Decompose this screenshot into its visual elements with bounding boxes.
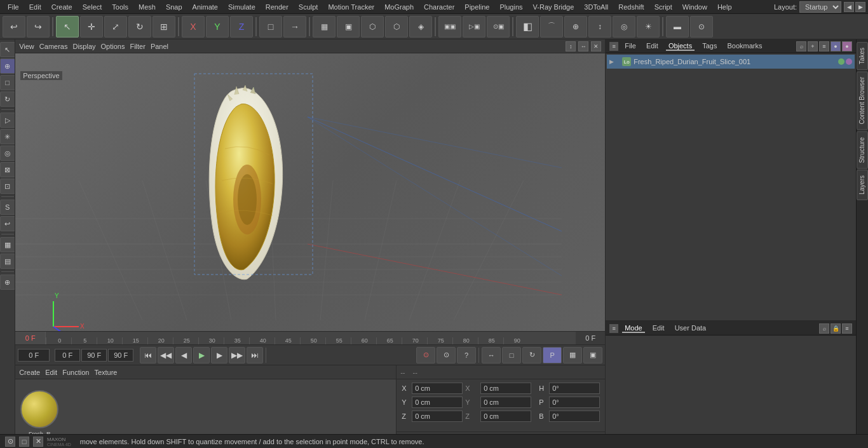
- pb-next-key[interactable]: ▶▶: [229, 347, 245, 363]
- deformer-object[interactable]: ↕: [588, 16, 611, 37]
- null-object[interactable]: ⊙: [690, 16, 713, 37]
- frame-end2-field[interactable]: 90 F: [108, 349, 133, 362]
- lt-extra1[interactable]: ⊕: [0, 275, 15, 290]
- scale-tool[interactable]: ⤢: [104, 16, 127, 37]
- spline-object[interactable]: ⌒: [540, 16, 563, 37]
- tool3[interactable]: ⬡: [361, 16, 384, 37]
- pb-record[interactable]: ⊙: [416, 347, 435, 363]
- pb-p[interactable]: P: [543, 347, 562, 363]
- menu-3dtoall[interactable]: 3DToAll: [579, 0, 613, 14]
- mat-menu-function[interactable]: Function: [62, 369, 89, 376]
- pb-select-box[interactable]: □: [502, 347, 521, 363]
- pb-prev-key[interactable]: ◀◀: [158, 347, 174, 363]
- lt-mode1[interactable]: ⊕: [0, 58, 15, 74]
- menu-file[interactable]: File: [3, 0, 24, 14]
- obj-tab-bookmarks[interactable]: Bookmarks: [724, 42, 764, 51]
- menu-snap[interactable]: Snap: [161, 0, 187, 14]
- menu-animate[interactable]: Animate: [187, 0, 223, 14]
- light-object[interactable]: ☀: [637, 16, 660, 37]
- render-region[interactable]: ▣▣: [438, 16, 461, 37]
- layout-next[interactable]: ▶: [855, 2, 865, 12]
- mat-menu-edit[interactable]: Edit: [45, 369, 57, 376]
- status-close-indicator[interactable]: ✕: [33, 437, 43, 447]
- coord-p-rot[interactable]: 0°: [549, 397, 600, 408]
- frame-end-field[interactable]: 90 F: [81, 349, 107, 362]
- lt-select[interactable]: ↖: [0, 42, 15, 57]
- obj-panel-add[interactable]: +: [808, 41, 818, 51]
- select-tool[interactable]: ↖: [56, 16, 79, 37]
- vp-menu-display[interactable]: Display: [72, 43, 95, 50]
- cube-object[interactable]: ◧: [516, 16, 539, 37]
- axis-z[interactable]: Z: [230, 16, 253, 37]
- vp-ctrl-close[interactable]: ✕: [591, 41, 601, 51]
- pb-next[interactable]: ▶: [211, 347, 227, 363]
- obj-tab-tags[interactable]: Tags: [700, 42, 719, 51]
- obj-item-fruit[interactable]: ▶ Lo Fresh_Riped_Durian_Fruit_Slice_001: [607, 55, 855, 69]
- menu-sculpt[interactable]: Sculpt: [294, 0, 323, 14]
- menu-create[interactable]: Create: [46, 0, 78, 14]
- lt-display1[interactable]: ▦: [0, 237, 15, 252]
- layout-select[interactable]: Startup: [799, 1, 841, 13]
- mat-menu-texture[interactable]: Texture: [94, 369, 117, 376]
- vp-ctrl-expand[interactable]: ↕: [566, 41, 576, 51]
- right-tab-structure[interactable]: Structure: [857, 132, 868, 169]
- menu-plugins[interactable]: Plugins: [494, 0, 527, 14]
- menu-pipeline[interactable]: Pipeline: [459, 0, 494, 14]
- lt-mode2[interactable]: □: [0, 75, 15, 90]
- material-item-1[interactable]: Fresh_R: [20, 390, 58, 437]
- frame-start-field[interactable]: 0 F: [55, 349, 80, 362]
- vp-menu-filter[interactable]: Filter: [130, 43, 145, 50]
- menu-select[interactable]: Select: [78, 0, 107, 14]
- axis-x[interactable]: X: [182, 16, 205, 37]
- redo-button[interactable]: ↪: [27, 16, 50, 37]
- attr-more[interactable]: ≡: [842, 323, 852, 334]
- menu-help[interactable]: Help: [712, 0, 737, 14]
- vp-ctrl-h[interactable]: ↔: [578, 41, 588, 51]
- move-tool[interactable]: ✛: [80, 16, 103, 37]
- lt-tool1[interactable]: ▷: [0, 112, 15, 128]
- pb-grid[interactable]: ▦: [563, 347, 582, 363]
- coord-z-pos[interactable]: 0 cm: [412, 411, 463, 422]
- pb-play[interactable]: ▶: [193, 347, 210, 363]
- tool2[interactable]: ▣: [337, 16, 360, 37]
- vp-menu-options[interactable]: Options: [101, 43, 125, 50]
- menu-simulate[interactable]: Simulate: [223, 0, 261, 14]
- viewport[interactable]: View Cameras Display Options Filter Pane…: [15, 39, 605, 331]
- pb-first[interactable]: ⏮: [140, 347, 156, 363]
- nurbs-object[interactable]: ⊕: [564, 16, 587, 37]
- tool4[interactable]: ⬡: [385, 16, 408, 37]
- object-mode[interactable]: □: [259, 16, 282, 37]
- coord-b-rot[interactable]: 0°: [549, 411, 600, 422]
- menu-script[interactable]: Script: [649, 0, 677, 14]
- timeline[interactable]: 0 F 0 5 10 15 20 25 30 35 40 45 50 55 60…: [15, 331, 605, 345]
- mat-menu-create[interactable]: Create: [19, 369, 40, 376]
- obj-dot-render[interactable]: [846, 58, 852, 65]
- rotate-tool[interactable]: ↻: [128, 16, 151, 37]
- obj-tab-objects[interactable]: Objects: [666, 42, 695, 51]
- mesh-display[interactable]: →: [283, 16, 306, 37]
- render-view[interactable]: ▷▣: [463, 16, 485, 37]
- status-record-indicator[interactable]: ⊙: [5, 437, 15, 447]
- obj-tab-edit[interactable]: Edit: [644, 42, 661, 51]
- lt-tool5[interactable]: ⊡: [0, 179, 15, 194]
- vp-menu-panel[interactable]: Panel: [151, 43, 168, 50]
- pb-last[interactable]: ⏭: [247, 347, 263, 363]
- material-ball[interactable]: [20, 390, 58, 428]
- menu-vray[interactable]: V-Ray Bridge: [528, 0, 580, 14]
- lt-tool4[interactable]: ⊠: [0, 162, 15, 177]
- attr-tab-mode[interactable]: Mode: [622, 324, 645, 333]
- obj-dot-visible[interactable]: [838, 58, 844, 65]
- lt-mode3[interactable]: ↻: [0, 92, 15, 107]
- timeline-ruler[interactable]: 0 5 10 15 20 25 30 35 40 45 50 55 60 65 …: [46, 331, 576, 345]
- coord-z-size[interactable]: 0 cm: [480, 411, 531, 422]
- menu-edit[interactable]: Edit: [24, 0, 46, 14]
- lt-tool3[interactable]: ◎: [0, 146, 15, 161]
- coord-x-pos[interactable]: 0 cm: [412, 383, 463, 394]
- menu-tools[interactable]: Tools: [107, 0, 133, 14]
- tool1[interactable]: ▦: [313, 16, 336, 37]
- current-frame-field[interactable]: 0 F: [18, 349, 50, 362]
- menu-mesh[interactable]: Mesh: [133, 0, 161, 14]
- transform-tool[interactable]: ⊞: [153, 16, 175, 37]
- menu-motion-tracker[interactable]: Motion Tracker: [323, 0, 379, 14]
- pb-prev[interactable]: ◀: [175, 347, 192, 363]
